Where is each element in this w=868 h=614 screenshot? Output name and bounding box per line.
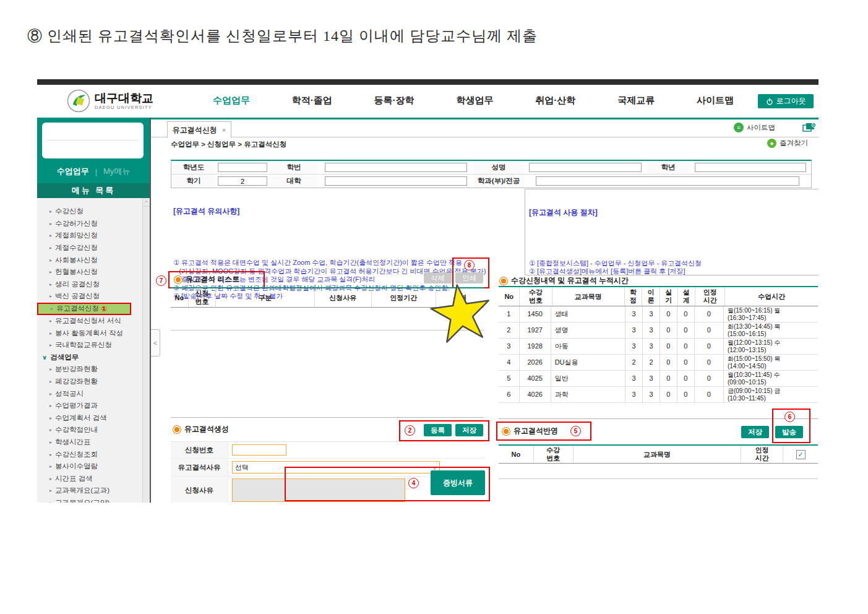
- sidebar-menu-item[interactable]: ∨ 검색업무: [37, 352, 142, 364]
- sidebar-tab-classwork[interactable]: 수업업무: [57, 166, 89, 177]
- sidebar-menu-item[interactable]: ▸ 수강허가신청: [37, 218, 142, 230]
- sidebar-menu-item[interactable]: ▸ 교과목개요(교과): [37, 485, 142, 497]
- cell-recognized-hours: 0: [695, 339, 724, 354]
- cell-class-time: 화(13:30~14:45) 목(15:00~16:15): [724, 322, 818, 338]
- apply-section-title: 유고결석반영: [502, 426, 558, 436]
- term-label: 학기: [171, 175, 216, 188]
- table-row[interactable]: 6 4026 과학 3 3 0 0 0 금(09:00~10:15) 금(10:…: [499, 387, 818, 403]
- sidebar-menu-item[interactable]: ▸ 유고결석신청서 서식: [37, 315, 142, 327]
- nav-item[interactable]: 학생업무: [456, 95, 493, 106]
- select-all-checkbox[interactable]: ✓: [796, 450, 806, 459]
- notice-procedure-title: [유고결석 사용 절차]: [529, 209, 815, 217]
- menu-arrow-icon: ▸: [49, 366, 52, 372]
- menu-arrow-icon: ▸: [49, 500, 52, 503]
- sidebar-menu-item[interactable]: ▸ 성적공시: [37, 387, 142, 400]
- sidebar-tab-separator: |: [95, 167, 97, 176]
- nav-item[interactable]: 수업업무: [213, 95, 250, 106]
- sidebar-menu-item[interactable]: ▸ 시간표 검색: [37, 472, 142, 485]
- delete-button[interactable]: 삭제: [424, 272, 452, 283]
- sidebar-menu-item[interactable]: ▸ 수업계획서 검색: [37, 412, 142, 425]
- sidebar-menu-item[interactable]: ▸ 교과목개요(교양): [37, 497, 142, 503]
- cell-course-no: 1928: [520, 339, 551, 354]
- sidebar-menu-item[interactable]: ▸ 유고결석신청 ①: [37, 303, 131, 315]
- sidebar-menu-item[interactable]: ▸ 백신 공결신청: [37, 290, 142, 303]
- term-field[interactable]: [218, 176, 267, 186]
- cell-no: 3: [499, 339, 520, 354]
- table-row[interactable]: 5 4025 일반 3 3 0 0 0 월(10:30~11:45) 수(09:…: [499, 371, 818, 387]
- col-credits: 학 점: [625, 287, 643, 306]
- sidebar-menu-item[interactable]: ▸ 생리 공결신청: [37, 279, 142, 291]
- year-field[interactable]: [218, 163, 267, 172]
- menu-arrow-icon: ▸: [49, 318, 52, 324]
- sidebar-menu-item[interactable]: ▸ 수강신청조회: [37, 448, 142, 460]
- sidebar-scrollbar[interactable]: ^: [142, 198, 150, 503]
- college-field[interactable]: [325, 176, 467, 186]
- create-save-button[interactable]: 저장: [455, 424, 483, 436]
- sidebar-menu-item[interactable]: ▸ 봉사이수열람: [37, 460, 142, 473]
- nav-item[interactable]: 국제교류: [617, 95, 655, 106]
- sidebar-menu-item[interactable]: ▸ 학생시간표: [37, 436, 142, 449]
- sidebar-menu-item[interactable]: ▸ 폐강강좌현황: [37, 376, 142, 388]
- sidebar-item-label: 학생시간표: [55, 438, 91, 447]
- star-annotation-icon: [420, 279, 502, 347]
- req-no-field[interactable]: [232, 444, 286, 456]
- absence-reason-value: 선택: [235, 463, 249, 472]
- sitemap-link[interactable]: ≡ 사이트맵: [734, 123, 775, 132]
- cell-design: 0: [677, 371, 695, 386]
- annotation-4: 4: [408, 478, 419, 488]
- table-row[interactable]: 1 1450 생태 3 3 0 0 0 월(15:00~16:15) 월(16:…: [499, 306, 818, 322]
- favorite-link[interactable]: ★ 즐겨찾기: [767, 139, 808, 148]
- cell-design: 0: [677, 387, 695, 402]
- app-header: 대구대학교 DAEGU UNIVERSITY 수업업무학적·졸업등록·장학학생업…: [37, 85, 819, 119]
- nav-item[interactable]: 사이트맵: [697, 95, 734, 106]
- sidebar-menu-item[interactable]: ▸ 계절희망신청: [37, 230, 142, 242]
- cell-practice: 0: [660, 355, 677, 370]
- nav-item[interactable]: 등록·장학: [374, 95, 415, 106]
- cell-credits: 3: [625, 306, 643, 322]
- sidebar-item-label: 계절희망신청: [55, 231, 98, 240]
- sidebar-item-label: 유고결석신청서 서식: [55, 316, 121, 326]
- name-field[interactable]: [529, 163, 642, 172]
- sidebar-menu-item[interactable]: ▸ 수강신청: [37, 205, 142, 218]
- student-id-field[interactable]: [325, 163, 467, 172]
- menu-arrow-icon: ▸: [51, 306, 53, 311]
- close-window-icon[interactable]: [802, 123, 816, 135]
- sidebar-tab-mymenu[interactable]: My메뉴: [103, 166, 130, 177]
- table-row[interactable]: 4 2026 DU실용 2 2 0 0 0 화(15:00~15:50) 목(1…: [499, 355, 818, 371]
- sidebar-menu-item[interactable]: ▸ 헌혈봉사신청: [37, 266, 142, 279]
- table-row[interactable]: 3 1928 아동 3 3 0 0 0 월(12:00~13:15) 수(12:…: [499, 339, 818, 355]
- sitemap-label: 사이트맵: [747, 123, 775, 132]
- nav-item[interactable]: 취업·산학: [535, 95, 575, 106]
- sidebar-menu-item[interactable]: ▸ 수강학점안내: [37, 424, 142, 436]
- sidebar-collapse-button[interactable]: <: [151, 329, 160, 357]
- nav-item[interactable]: 학적·졸업: [292, 95, 332, 106]
- menu-arrow-icon: ▸: [49, 415, 52, 421]
- cell-theory: 3: [643, 387, 660, 402]
- sidebar-menu-item[interactable]: ▸ 국내학점교류신청: [37, 339, 142, 352]
- evidence-file-button[interactable]: 증빙서류: [431, 470, 485, 495]
- send-button[interactable]: 발송: [775, 426, 803, 438]
- menu-arrow-icon: ▸: [49, 342, 52, 348]
- sidebar-item-label: 유고결석신청: [56, 304, 99, 313]
- sidebar-menu-item[interactable]: ▸ 계절수강신청: [37, 242, 142, 254]
- tab-absence-application[interactable]: 유고결석신청 ×: [167, 121, 231, 138]
- sidebar-menu-item[interactable]: ▸ 분반강좌현황: [37, 363, 142, 376]
- col-no: No: [171, 288, 189, 307]
- register-button[interactable]: 등록: [424, 424, 452, 436]
- cell-credits: 2: [625, 355, 643, 370]
- dept-field[interactable]: [536, 176, 800, 186]
- menu-arrow-icon: ▸: [49, 221, 52, 227]
- sidebar-menu-item[interactable]: ▸ 봉사 활동계획서 작성: [37, 327, 142, 339]
- apply-save-button[interactable]: 저장: [741, 426, 769, 438]
- scroll-up-icon[interactable]: ^: [143, 198, 150, 207]
- annotation-2: 2: [405, 425, 415, 436]
- cell-recognized-hours: 0: [695, 322, 724, 338]
- grade-field[interactable]: [695, 163, 806, 172]
- cell-course-no: 4026: [520, 387, 551, 402]
- logout-button[interactable]: 로그아웃: [758, 94, 814, 108]
- sidebar-menu-item[interactable]: ▸ 사회봉사신청: [37, 254, 142, 266]
- tab-close-icon[interactable]: ×: [222, 126, 226, 134]
- table-row[interactable]: 2 1927 생명 3 3 0 0 0 화(13:30~14:45) 목(15:…: [499, 322, 818, 339]
- sidebar-menu-item[interactable]: ▸ 수업평가결과: [37, 400, 142, 412]
- create-section-title: 유고결석생성: [173, 424, 229, 435]
